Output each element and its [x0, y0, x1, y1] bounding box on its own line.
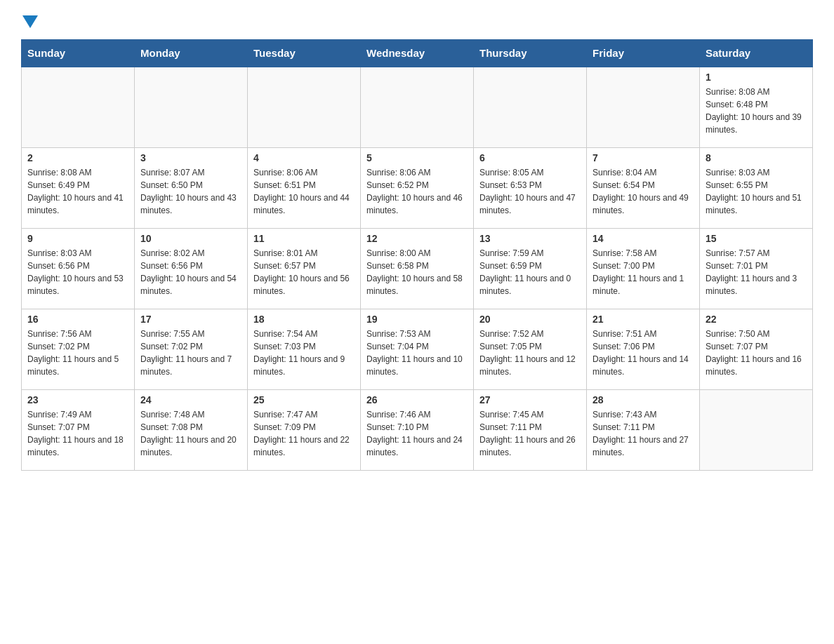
sunset-text: Sunset: 7:10 PM: [366, 421, 468, 434]
weekday-header-sunday: Sunday: [22, 40, 135, 67]
sunrise-text: Sunrise: 7:47 AM: [253, 408, 355, 421]
calendar-cell: 17Sunrise: 7:55 AMSunset: 7:02 PMDayligh…: [135, 309, 248, 389]
day-number: 3: [140, 152, 241, 163]
sunset-text: Sunset: 7:09 PM: [253, 421, 355, 434]
sunset-text: Sunset: 6:53 PM: [479, 179, 581, 192]
day-number: 5: [366, 152, 468, 163]
day-number: 12: [366, 233, 468, 244]
sunset-text: Sunset: 6:56 PM: [140, 260, 241, 272]
sunrise-text: Sunrise: 7:57 AM: [706, 247, 807, 260]
calendar-cell: 13Sunrise: 7:59 AMSunset: 6:59 PMDayligh…: [474, 228, 587, 309]
sunset-text: Sunset: 6:56 PM: [27, 260, 128, 272]
daylight-text: Daylight: 10 hours and 41 minutes.: [27, 192, 128, 217]
day-number: 28: [593, 394, 694, 405]
daylight-text: Daylight: 11 hours and 3 minutes.: [706, 272, 807, 297]
calendar-cell: 11Sunrise: 8:01 AMSunset: 6:57 PMDayligh…: [248, 228, 361, 309]
day-number: 15: [706, 233, 807, 244]
weekday-header-row: SundayMondayTuesdayWednesdayThursdayFrid…: [22, 40, 813, 67]
day-info: Sunrise: 8:04 AMSunset: 6:54 PMDaylight:…: [593, 166, 694, 217]
day-number: 24: [140, 394, 241, 405]
day-info: Sunrise: 8:08 AMSunset: 6:48 PMDaylight:…: [706, 86, 807, 136]
calendar-cell: 20Sunrise: 7:52 AMSunset: 7:05 PMDayligh…: [474, 309, 587, 389]
day-number: 1: [706, 72, 807, 83]
daylight-text: Daylight: 10 hours and 43 minutes.: [140, 192, 241, 217]
calendar-cell: 26Sunrise: 7:46 AMSunset: 7:10 PMDayligh…: [361, 389, 474, 470]
day-number: 7: [593, 152, 694, 163]
daylight-text: Daylight: 11 hours and 10 minutes.: [366, 353, 468, 378]
daylight-text: Daylight: 10 hours and 39 minutes.: [706, 111, 807, 136]
sunrise-text: Sunrise: 7:51 AM: [593, 328, 694, 340]
sunset-text: Sunset: 7:05 PM: [479, 340, 581, 353]
day-number: 14: [593, 233, 694, 244]
day-info: Sunrise: 7:49 AMSunset: 7:07 PMDaylight:…: [27, 408, 128, 459]
sunset-text: Sunset: 6:58 PM: [366, 260, 468, 272]
weekday-header-friday: Friday: [587, 40, 700, 67]
sunset-text: Sunset: 6:55 PM: [706, 179, 807, 192]
sunset-text: Sunset: 7:08 PM: [140, 421, 241, 434]
day-number: 16: [27, 314, 128, 325]
logo-icon: [21, 14, 38, 25]
daylight-text: Daylight: 10 hours and 44 minutes.: [253, 192, 355, 217]
day-number: 2: [27, 152, 128, 163]
calendar-cell: 22Sunrise: 7:50 AMSunset: 7:07 PMDayligh…: [700, 309, 813, 389]
day-info: Sunrise: 7:59 AMSunset: 6:59 PMDaylight:…: [479, 247, 581, 297]
day-info: Sunrise: 7:57 AMSunset: 7:01 PMDaylight:…: [706, 247, 807, 297]
sunset-text: Sunset: 6:54 PM: [593, 179, 694, 192]
sunset-text: Sunset: 7:02 PM: [140, 340, 241, 353]
daylight-text: Daylight: 11 hours and 5 minutes.: [27, 353, 128, 378]
sunrise-text: Sunrise: 8:08 AM: [706, 86, 807, 98]
day-number: 9: [27, 233, 128, 244]
calendar-cell: 21Sunrise: 7:51 AMSunset: 7:06 PMDayligh…: [587, 309, 700, 389]
weekday-header-tuesday: Tuesday: [248, 40, 361, 67]
page-header: [21, 14, 813, 25]
daylight-text: Daylight: 11 hours and 26 minutes.: [479, 434, 581, 459]
daylight-text: Daylight: 11 hours and 12 minutes.: [479, 353, 581, 378]
sunset-text: Sunset: 7:07 PM: [706, 340, 807, 353]
sunrise-text: Sunrise: 7:58 AM: [593, 247, 694, 260]
calendar-cell: 10Sunrise: 8:02 AMSunset: 6:56 PMDayligh…: [135, 228, 248, 309]
daylight-text: Daylight: 11 hours and 7 minutes.: [140, 353, 241, 378]
sunset-text: Sunset: 7:04 PM: [366, 340, 468, 353]
calendar-cell: 12Sunrise: 8:00 AMSunset: 6:58 PMDayligh…: [361, 228, 474, 309]
sunrise-text: Sunrise: 7:53 AM: [366, 328, 468, 340]
day-info: Sunrise: 8:05 AMSunset: 6:53 PMDaylight:…: [479, 166, 581, 217]
day-number: 22: [706, 314, 807, 325]
day-info: Sunrise: 8:08 AMSunset: 6:49 PMDaylight:…: [27, 166, 128, 217]
sunset-text: Sunset: 7:11 PM: [479, 421, 581, 434]
day-info: Sunrise: 7:53 AMSunset: 7:04 PMDaylight:…: [366, 328, 468, 378]
day-number: 25: [253, 394, 355, 405]
sunset-text: Sunset: 7:06 PM: [593, 340, 694, 353]
daylight-text: Daylight: 11 hours and 20 minutes.: [140, 434, 241, 459]
day-info: Sunrise: 7:56 AMSunset: 7:02 PMDaylight:…: [27, 328, 128, 378]
sunrise-text: Sunrise: 7:50 AM: [706, 328, 807, 340]
daylight-text: Daylight: 10 hours and 56 minutes.: [253, 272, 355, 297]
calendar-cell: [587, 67, 700, 147]
day-info: Sunrise: 7:55 AMSunset: 7:02 PMDaylight:…: [140, 328, 241, 378]
day-number: 4: [253, 152, 355, 163]
calendar-week-4: 16Sunrise: 7:56 AMSunset: 7:02 PMDayligh…: [22, 309, 813, 389]
day-info: Sunrise: 8:03 AMSunset: 6:55 PMDaylight:…: [706, 166, 807, 217]
daylight-text: Daylight: 10 hours and 47 minutes.: [479, 192, 581, 217]
day-info: Sunrise: 8:02 AMSunset: 6:56 PMDaylight:…: [140, 247, 241, 297]
calendar-header: SundayMondayTuesdayWednesdayThursdayFrid…: [22, 40, 813, 67]
calendar-table: SundayMondayTuesdayWednesdayThursdayFrid…: [21, 39, 813, 471]
day-info: Sunrise: 7:54 AMSunset: 7:03 PMDaylight:…: [253, 328, 355, 378]
daylight-text: Daylight: 10 hours and 46 minutes.: [366, 192, 468, 217]
sunrise-text: Sunrise: 8:03 AM: [27, 247, 128, 260]
sunrise-text: Sunrise: 8:08 AM: [27, 166, 128, 179]
calendar-cell: 16Sunrise: 7:56 AMSunset: 7:02 PMDayligh…: [22, 309, 135, 389]
calendar-cell: [22, 67, 135, 147]
calendar-cell: 14Sunrise: 7:58 AMSunset: 7:00 PMDayligh…: [587, 228, 700, 309]
weekday-header-thursday: Thursday: [474, 40, 587, 67]
calendar-cell: 24Sunrise: 7:48 AMSunset: 7:08 PMDayligh…: [135, 389, 248, 470]
calendar-cell: 23Sunrise: 7:49 AMSunset: 7:07 PMDayligh…: [22, 389, 135, 470]
svg-marker-0: [22, 15, 38, 28]
day-number: 17: [140, 314, 241, 325]
day-info: Sunrise: 8:03 AMSunset: 6:56 PMDaylight:…: [27, 247, 128, 297]
day-info: Sunrise: 8:07 AMSunset: 6:50 PMDaylight:…: [140, 166, 241, 217]
sunrise-text: Sunrise: 7:48 AM: [140, 408, 241, 421]
weekday-header-monday: Monday: [135, 40, 248, 67]
sunset-text: Sunset: 7:11 PM: [593, 421, 694, 434]
sunrise-text: Sunrise: 8:06 AM: [366, 166, 468, 179]
day-info: Sunrise: 7:51 AMSunset: 7:06 PMDaylight:…: [593, 328, 694, 378]
